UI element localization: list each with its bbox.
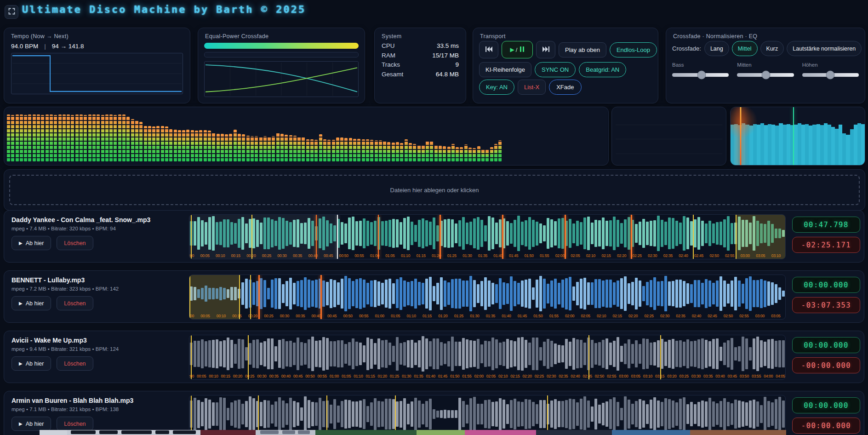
crossfade-kurz-button[interactable]: Kurz xyxy=(760,41,784,56)
waveform-bar xyxy=(583,218,586,249)
spectrum-bar xyxy=(126,117,130,161)
waveform-bar xyxy=(249,343,251,365)
waveform-bar xyxy=(694,404,697,424)
delete-track-button[interactable]: Löschen xyxy=(57,236,93,250)
waveform-bar xyxy=(720,222,722,245)
waveform-bar xyxy=(385,340,388,367)
spectrum-bar xyxy=(310,139,314,161)
eq-slider-track[interactable] xyxy=(737,73,794,77)
crossfade-mittel-button[interactable]: Mittel xyxy=(732,41,758,56)
waveform-bar xyxy=(764,224,766,243)
delete-track-button[interactable]: Löschen xyxy=(57,296,93,310)
strip-text-fragment xyxy=(71,430,96,434)
waveform-bar xyxy=(271,219,274,247)
fullscreen-button[interactable] xyxy=(5,5,18,19)
spectrum-bar xyxy=(114,115,117,161)
waveform-bar xyxy=(664,276,667,312)
track-waveform[interactable] xyxy=(189,395,786,435)
crossfade-lang-button[interactable]: Lang xyxy=(704,41,729,56)
beatgrid-toggle[interactable]: Beatgrid: AN xyxy=(579,62,626,77)
play-from-here-button[interactable]: ▶Ab hier xyxy=(11,236,51,250)
waveform-bar xyxy=(510,340,513,367)
eq-slider-thumb[interactable] xyxy=(826,71,835,80)
waveform-bar xyxy=(234,401,237,428)
waveform-bar xyxy=(668,218,671,249)
waveform-bar xyxy=(580,279,582,309)
timeline-label: 00:35 xyxy=(269,374,279,378)
timeline-label: 01:25 xyxy=(447,253,457,258)
waveform-bar xyxy=(771,402,774,426)
waveform-bar xyxy=(326,220,329,246)
waveform-bar xyxy=(723,398,726,429)
eq-slider-thumb[interactable] xyxy=(762,71,771,80)
play-from-here-button[interactable]: ▶Ab hier xyxy=(11,417,51,431)
waveform-bar xyxy=(234,223,237,244)
waveform-bar xyxy=(348,218,351,249)
eq-slider-track[interactable] xyxy=(672,73,729,77)
waveform-bar xyxy=(477,339,480,369)
waveform-bar xyxy=(289,341,292,366)
track-waveform[interactable]: 00:0000:0500:1000:1500:2000:2500:3000:35… xyxy=(189,275,786,320)
track-info: BENNETT - Lullaby.mp3mpeg • 7.2 MB • Bit… xyxy=(11,276,182,310)
waveform-bar xyxy=(260,402,263,427)
waveform-bar xyxy=(617,402,619,426)
waveform-bar xyxy=(352,338,354,370)
waveform-bar xyxy=(723,343,726,365)
waveform-bar xyxy=(344,276,347,311)
track-waveform[interactable]: 00:0000:0500:1000:1500:2000:2500:3000:35… xyxy=(189,214,786,259)
waveform-bar xyxy=(782,401,785,427)
delete-track-button[interactable]: Löschen xyxy=(57,417,93,431)
waveform-bar xyxy=(201,220,204,246)
spectrum-bar xyxy=(41,115,44,161)
waveform-bar xyxy=(326,282,329,305)
timeline-label: 01:15 xyxy=(416,253,425,258)
normalize-volume-button[interactable]: Lautstärke normalisieren xyxy=(787,41,862,56)
waveform-bar xyxy=(532,338,535,371)
waveform-bar xyxy=(400,343,402,365)
eq-slider-thumb[interactable] xyxy=(697,71,706,80)
waveform-bar xyxy=(319,279,321,309)
sync-toggle[interactable]: SYNC ON xyxy=(535,62,576,77)
waveform-overview-panel[interactable] xyxy=(730,107,865,166)
waveform-bar xyxy=(374,343,377,365)
waveform-bar xyxy=(742,401,744,426)
overview-column xyxy=(760,123,764,165)
file-dropzone[interactable]: Dateien hier ablegen oder klicken xyxy=(4,169,865,211)
spectrum-bar xyxy=(152,126,155,161)
ai-order-button[interactable]: KI-Reihenfolge xyxy=(479,62,531,77)
skip-back-icon xyxy=(485,46,492,53)
strip-text-fragment xyxy=(260,430,279,434)
timeline-label: 02:50 xyxy=(595,374,604,378)
waveform-bar xyxy=(458,342,461,366)
waveform-bar xyxy=(753,216,755,251)
track-row: Armin van Buuren - Blah Blah Blah.mp3mpe… xyxy=(4,391,864,435)
overview-column xyxy=(801,125,805,165)
skip-forward-button[interactable] xyxy=(536,41,555,58)
delete-track-button[interactable]: Löschen xyxy=(57,356,93,371)
xfade-button[interactable]: XFade xyxy=(549,80,581,95)
endless-loop-toggle[interactable]: Endlos-Loop xyxy=(610,42,657,57)
waveform-bar xyxy=(433,218,435,249)
waveform-bar xyxy=(355,401,358,427)
play-from-top-button[interactable]: Play ab oben xyxy=(559,42,606,57)
timeline-label: 02:25 xyxy=(535,374,544,378)
key-toggle[interactable]: Key: AN xyxy=(479,80,514,95)
track-waveform[interactable]: 00:0000:0500:1000:1500:2000:2500:3000:35… xyxy=(189,335,786,380)
waveform-bar xyxy=(617,220,619,247)
waveform-bar xyxy=(271,280,274,308)
spectrum-bar xyxy=(161,126,164,161)
waveform-bar xyxy=(661,220,663,246)
waveform-bar xyxy=(462,217,465,250)
timeline-label: 00:25 xyxy=(264,314,273,318)
waveform-bar xyxy=(657,340,660,368)
play-from-here-button[interactable]: ▶Ab hier xyxy=(11,356,51,371)
waveform-bar xyxy=(628,283,630,303)
list-x-button[interactable]: List-X xyxy=(518,80,546,95)
play-from-here-button[interactable]: ▶Ab hier xyxy=(11,296,51,310)
track-buttons: ▶Ab hierLöschen xyxy=(11,356,182,371)
strip-segment xyxy=(612,430,690,435)
skip-back-button[interactable] xyxy=(479,41,498,58)
play-pause-button[interactable]: ▶ / xyxy=(502,41,533,58)
waveform-bar xyxy=(473,280,476,308)
eq-slider-track[interactable] xyxy=(802,73,859,77)
